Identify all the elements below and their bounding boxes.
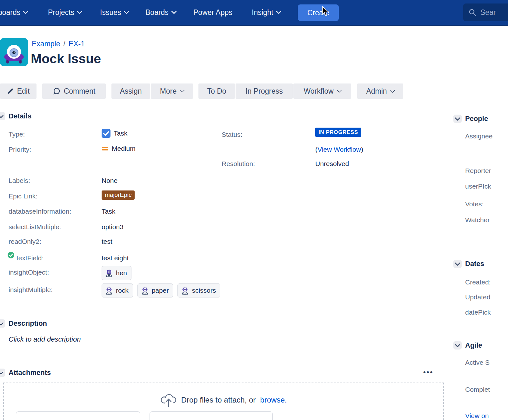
green-check-icon (8, 252, 14, 258)
workflow-button[interactable]: Workflow (293, 83, 351, 99)
chevron-down-icon (0, 370, 3, 375)
project-avatar-ufo-icon[interactable] (0, 38, 28, 66)
resolution-label: Resolution: (222, 160, 255, 168)
read-only2-label: readOnly2: (9, 237, 41, 246)
speech-bubble-icon (53, 87, 61, 95)
insight-multiple-value: rock (116, 287, 129, 294)
attachments-menu-button[interactable]: ••• (423, 368, 433, 377)
attachment-thumbnail[interactable] (16, 411, 140, 420)
nav-item-power-apps[interactable]: Power Apps (193, 0, 232, 25)
todo-transition-button[interactable]: To Do (198, 83, 235, 99)
workflow-button-label: Workflow (304, 87, 333, 96)
breadcrumb-separator: / (63, 40, 65, 48)
nav-item-insight[interactable]: Insight (252, 0, 281, 25)
nav-item-label: Issues (100, 8, 121, 17)
insight-multiple-label: insightMultiple: (9, 286, 53, 294)
read-only2-value: test (102, 237, 112, 246)
dates-collapse-toggle[interactable] (453, 260, 462, 268)
more-button[interactable]: More (151, 83, 193, 99)
people-collapse-toggle[interactable] (453, 115, 462, 123)
dropzone-message: Drop files to attach, or browse. (4, 392, 443, 408)
search-input[interactable]: Sear (463, 3, 508, 21)
watchers-label: Watcher (465, 216, 490, 224)
text-field-value: test eight (102, 254, 129, 262)
description-placeholder[interactable]: Click to add description (9, 335, 81, 343)
reporter-label: Reporter (465, 167, 491, 175)
insight-multiple-card-rock[interactable]: rock (102, 283, 133, 297)
epic-link-badge[interactable]: majorEpic (102, 190, 135, 200)
created-label: Created: (465, 278, 491, 286)
agile-section-heading: Agile (465, 341, 482, 350)
insight-multiple-card-scissors[interactable]: scissors (177, 283, 220, 297)
top-navbar: boards Projects Issues Boards Power Apps… (0, 0, 508, 26)
chevron-down-icon (171, 9, 177, 14)
select-list-multiple-label: selectListMultiple: (9, 223, 61, 231)
medium-priority-icon (102, 146, 109, 151)
attachments-section-heading: Attachments (9, 369, 51, 377)
in-progress-transition-button[interactable]: In Progress (236, 83, 293, 99)
status-badge: IN PROGRESS (315, 128, 361, 137)
chevron-down-icon (390, 88, 395, 93)
labels-label: Labels: (9, 177, 30, 185)
attachments-dropzone[interactable]: Drop files to attach, or browse. (3, 383, 444, 420)
chevron-down-icon (180, 88, 185, 93)
paren-close: ) (361, 146, 363, 153)
details-section-heading: Details (9, 112, 31, 120)
breadcrumb: Example/EX-1 (32, 40, 85, 48)
breadcrumb-issue-link[interactable]: EX-1 (69, 40, 85, 48)
create-button[interactable]: Create (298, 4, 339, 21)
user-picker-label: userPIck (465, 183, 491, 190)
view-workflow-link[interactable]: View Workflow (318, 146, 361, 153)
text-field-label: textField: (17, 254, 43, 262)
description-collapse-toggle[interactable] (0, 319, 5, 328)
nav-item-label: Projects (48, 8, 74, 17)
assign-button[interactable]: Assign (111, 83, 150, 99)
breadcrumb-project-link[interactable]: Example (32, 40, 60, 48)
search-placeholder: Sear (480, 8, 496, 17)
attachment-thumbnail[interactable] (150, 411, 273, 420)
nav-item-dashboards[interactable]: boards (0, 0, 28, 25)
chevron-down-icon (276, 9, 281, 14)
chevron-down-icon (455, 342, 460, 348)
nav-item-label: Power Apps (193, 8, 232, 17)
chevron-down-icon (0, 113, 3, 118)
agile-collapse-toggle[interactable] (453, 341, 462, 350)
admin-button[interactable]: Admin (357, 83, 403, 99)
page-title: Mock Issue (31, 51, 101, 66)
nav-item-boards[interactable]: Boards (145, 0, 176, 25)
assign-button-label: Assign (120, 87, 142, 96)
chevron-down-icon (337, 88, 342, 93)
paren-open: ( (315, 146, 318, 153)
type-label: Type: (9, 130, 25, 138)
nav-item-label: boards (0, 8, 20, 17)
type-value-text: Task (114, 130, 127, 137)
nav-item-projects[interactable]: Projects (48, 0, 82, 25)
create-button-label: Create (307, 9, 329, 17)
more-button-label: More (160, 87, 177, 96)
chevron-down-icon (455, 261, 460, 266)
chevron-down-icon (77, 9, 83, 14)
nav-item-issues[interactable]: Issues (100, 0, 128, 25)
type-value: Task (102, 129, 127, 138)
resolution-value: Unresolved (315, 160, 349, 168)
attachments-collapse-toggle[interactable] (0, 369, 5, 377)
admin-button-label: Admin (366, 87, 387, 96)
insight-multiple-card-paper[interactable]: paper (137, 283, 173, 297)
todo-button-label: To Do (207, 87, 226, 96)
insight-multiple-value: scissors (192, 287, 216, 294)
dropzone-text: Drop files to attach, or (181, 396, 256, 404)
view-on-board-link[interactable]: View on (465, 412, 489, 420)
dates-section-heading: Dates (465, 260, 484, 268)
details-collapse-toggle[interactable] (0, 112, 5, 120)
edit-button-label: Edit (17, 87, 30, 96)
comment-button[interactable]: Comment (42, 83, 106, 99)
updated-label: Updated (465, 293, 490, 301)
browse-link[interactable]: browse. (260, 396, 287, 404)
nav-item-label: Boards (145, 8, 169, 17)
in-progress-button-label: In Progress (245, 87, 283, 96)
comment-button-label: Comment (64, 87, 96, 96)
insight-object-card[interactable]: hen (102, 266, 131, 280)
date-picker-label: datePick (465, 309, 491, 316)
edit-button[interactable]: Edit (0, 83, 37, 99)
votes-label: Votes: (465, 200, 484, 208)
